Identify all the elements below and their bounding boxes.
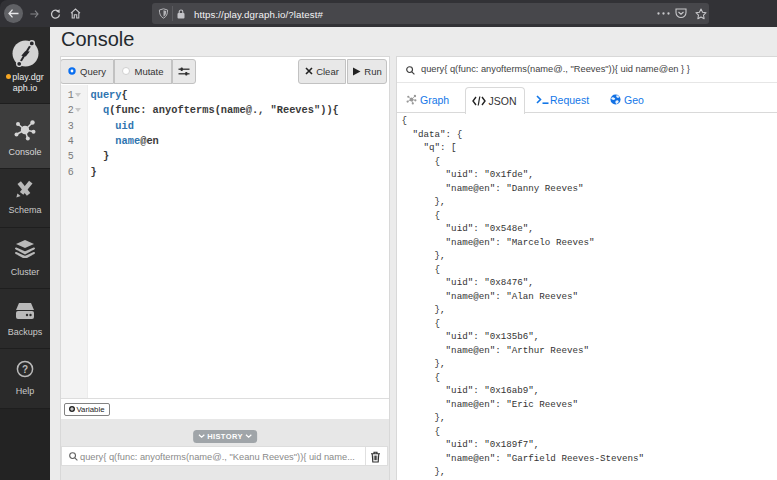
svg-text:?: ?	[22, 364, 28, 375]
